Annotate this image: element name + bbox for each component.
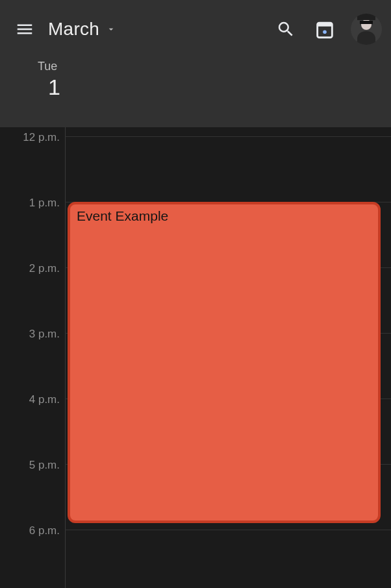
day-column-header[interactable]: Tue 1 bbox=[65, 58, 391, 127]
hour-label: 4 p.m. bbox=[4, 393, 60, 406]
hour-label: 3 p.m. bbox=[4, 328, 60, 341]
hour-label: 2 p.m. bbox=[4, 262, 60, 275]
weekday-label: Tue bbox=[38, 60, 57, 73]
account-avatar[interactable] bbox=[351, 14, 382, 45]
grid-hour-line bbox=[65, 136, 391, 137]
time-grid[interactable]: 12 p.m.1 p.m.2 p.m.3 p.m.4 p.m.5 p.m.6 p… bbox=[0, 127, 391, 588]
svg-rect-1 bbox=[318, 23, 333, 27]
search-icon bbox=[276, 19, 296, 39]
hour-row: 12 p.m. bbox=[0, 136, 391, 202]
menu-icon bbox=[15, 19, 34, 39]
avatar-icon bbox=[351, 14, 382, 45]
hour-label: 12 p.m. bbox=[4, 131, 60, 144]
month-picker[interactable]: March bbox=[40, 11, 124, 47]
svg-point-2 bbox=[323, 30, 327, 34]
grid-hour-line bbox=[65, 530, 391, 530]
today-button[interactable] bbox=[307, 11, 343, 47]
app-bar: March bbox=[0, 0, 391, 58]
calendar-event[interactable]: Event Example bbox=[68, 202, 381, 523]
event-title: Event Example bbox=[77, 208, 372, 224]
day-header: Tue 1 bbox=[0, 58, 391, 127]
chevron-down-icon bbox=[106, 24, 116, 34]
svg-rect-5 bbox=[357, 14, 375, 20]
hour-row: 6 p.m. bbox=[0, 530, 391, 588]
hour-label: 5 p.m. bbox=[4, 459, 60, 472]
day-number: 1 bbox=[48, 75, 60, 100]
search-button[interactable] bbox=[268, 11, 304, 47]
hour-label: 1 p.m. bbox=[4, 197, 60, 210]
hour-label: 6 p.m. bbox=[4, 524, 60, 537]
month-label: March bbox=[48, 19, 99, 40]
menu-button[interactable] bbox=[6, 11, 43, 47]
today-icon bbox=[314, 18, 336, 40]
